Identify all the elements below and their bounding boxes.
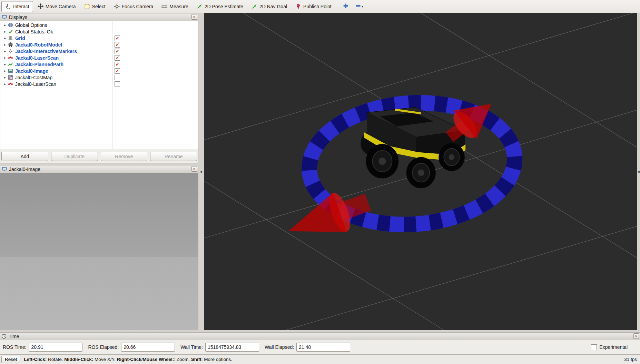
image-close-button[interactable]: × (191, 166, 197, 172)
duplicate-button[interactable]: Duplicate (51, 152, 98, 161)
camera-image-upper (0, 173, 198, 257)
tool-select[interactable]: Select (80, 1, 109, 12)
tool-publish-point[interactable]: Publish Point (292, 1, 335, 12)
status-help-segment: : More options. (201, 357, 232, 362)
image-panel-header[interactable]: Jackal0-Image × (0, 165, 198, 173)
expander-icon[interactable]: ▸ (2, 36, 8, 40)
display-enable-checkbox[interactable] (115, 75, 120, 80)
display-enable-checkbox[interactable]: ✔ (115, 36, 120, 41)
displays-close-button[interactable]: × (191, 14, 197, 20)
experimental-label: Experimental (599, 344, 628, 350)
image-icon (8, 68, 13, 73)
display-item-jackal0-image[interactable]: ▸Jackal0-Image✔ (0, 68, 198, 74)
main-toolbar: InteractMove CameraSelectFocus CameraMea… (0, 0, 640, 13)
display-item-label: Jackal0-PlannedPath (15, 62, 63, 67)
status-bar: Reset Left-Click: Rotate. Middle-Click: … (0, 354, 640, 364)
time-field-value[interactable]: 1518475934.83 (205, 343, 259, 352)
status-ok-icon (8, 29, 13, 34)
rename-button[interactable]: Rename (150, 152, 197, 161)
expander-icon[interactable]: ▸ (2, 30, 8, 33)
pin-icon (295, 3, 301, 9)
add-button[interactable]: Add (1, 152, 48, 161)
add-tool-button[interactable] (340, 2, 351, 11)
display-item-label: Grid (15, 36, 25, 41)
displays-panel-header[interactable]: Displays × (0, 13, 198, 21)
display-enable-checkbox[interactable]: ✔ (115, 55, 120, 61)
status-help-segment: Rotate. (47, 357, 64, 362)
image-panel-title: Jackal0-Image (9, 166, 40, 172)
expander-icon[interactable]: ▸ (2, 75, 8, 79)
time-field-value[interactable]: 21.48 (296, 343, 350, 352)
laser-icon (8, 55, 13, 60)
jackal-robot-model (361, 107, 465, 188)
fps-counter: 31 fps (621, 355, 640, 364)
costmap-icon (8, 75, 13, 80)
3d-scene[interactable] (204, 13, 637, 330)
display-enable-checkbox[interactable] (115, 81, 120, 87)
render-viewport[interactable] (204, 13, 637, 330)
experimental-checkbox[interactable] (591, 344, 597, 350)
displays-panel: Displays × ▸Global Options▸Global Status… (0, 13, 198, 163)
tool-focus-camera[interactable]: Focus Camera (110, 1, 157, 12)
tool-interact[interactable]: Interact (1, 1, 33, 12)
display-item-label: Global Options (15, 22, 47, 28)
display-enable-checkbox[interactable]: ✔ (115, 62, 120, 67)
display-item-label: Jackal0-CostMap (15, 75, 52, 80)
display-item-jackal0-costmap[interactable]: ▸Jackal0-CostMap (0, 74, 198, 81)
display-item-jackal0-plannedpath[interactable]: ▸Jackal0-PlannedPath✔ (0, 61, 198, 68)
display-item-global-status-ok[interactable]: ▸Global Status: Ok (0, 28, 198, 35)
remove-button[interactable]: Remove (101, 152, 148, 161)
reset-button[interactable]: Reset (1, 356, 20, 363)
expander-icon[interactable]: ▸ (2, 82, 8, 86)
time-panel-title: Time (9, 334, 19, 339)
expander-icon[interactable]: ▸ (2, 62, 8, 66)
image-panel-icon (2, 166, 7, 172)
expander-icon[interactable]: ▸ (2, 56, 8, 60)
display-enable-checkbox[interactable]: ✔ (115, 49, 120, 54)
pose-arrow-large[interactable] (288, 190, 368, 234)
expander-icon[interactable]: ▸ (2, 69, 8, 73)
display-item-label: Jackal0-LaserScan (15, 81, 56, 87)
time-panel-header[interactable]: Time × (0, 333, 640, 340)
chevron-down-icon[interactable]: ▾ (362, 4, 363, 8)
display-enable-checkbox[interactable]: ✔ (115, 68, 120, 74)
time-field-label: ROS Time: (3, 344, 26, 350)
measure-icon (161, 3, 167, 9)
time-field-label: Wall Time: (180, 344, 203, 350)
nav-arrow-icon (252, 3, 257, 9)
globe-icon (8, 22, 13, 28)
display-item-jackal0-robotmodel[interactable]: ▸Jackal0-RobotModel✔ (0, 41, 198, 48)
display-item-grid[interactable]: ▸Grid✔ (0, 35, 198, 41)
display-item-global-options[interactable]: ▸Global Options (0, 22, 198, 28)
panel-collapse-right-icon[interactable]: ◀ (637, 170, 640, 173)
status-help-segment: Middle-Click: (64, 357, 93, 362)
time-close-button[interactable]: × (633, 333, 639, 339)
laser-icon (8, 81, 13, 87)
expander-icon[interactable]: ▸ (2, 23, 8, 27)
tool-2d-nav-goal[interactable]: 2D Nav Goal (248, 1, 291, 12)
time-field-label: Wall Elapsed: (265, 344, 294, 350)
display-enable-checkbox[interactable]: ✔ (115, 42, 120, 48)
panel-collapse-left-icon[interactable]: ◀ (200, 170, 202, 173)
time-panel: Time × ROS Time:20.91ROS Elapsed:20.66Wa… (0, 332, 640, 354)
tool-label: 2D Pose Estimate (205, 4, 243, 9)
status-help-segment: Right-Click/Mouse Wheel: (117, 357, 174, 362)
status-help-segment: : Zoom. (174, 357, 191, 362)
display-item-jackal0-laserscan[interactable]: ▸Jackal0-LaserScan✔ (0, 54, 198, 61)
experimental-option: Experimental (591, 344, 628, 350)
tool-label: Interact (13, 4, 29, 9)
time-field-value[interactable]: 20.66 (121, 343, 175, 352)
expander-icon[interactable]: ▸ (2, 49, 8, 53)
time-field-value[interactable]: 20.91 (29, 343, 82, 352)
expander-icon[interactable]: ▸ (2, 43, 8, 47)
interactive-marker-icon (8, 49, 13, 54)
tool-measure[interactable]: Measure (158, 1, 192, 12)
remove-tool-button[interactable]: ▾ (353, 2, 366, 11)
displays-buttons-row: AddDuplicateRemoveRename (1, 152, 197, 161)
tool-2d-pose-estimate[interactable]: 2D Pose Estimate (193, 1, 247, 12)
tool-move-camera[interactable]: Move Camera (34, 1, 80, 12)
display-item-jackal0-interactivemarkers[interactable]: ▸Jackal0-InteractiveMarkers✔ (0, 48, 198, 54)
display-item-jackal0-laserscan[interactable]: ▸Jackal0-LaserScan (0, 81, 198, 87)
hand-icon (5, 3, 11, 9)
path-icon (8, 62, 13, 67)
